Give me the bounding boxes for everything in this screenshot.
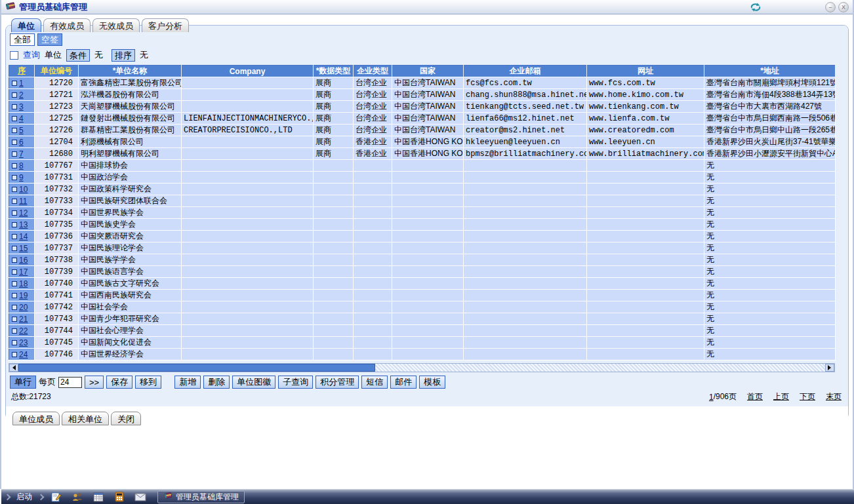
row-select-link[interactable]: 8	[12, 161, 24, 170]
row-checkbox-icon[interactable]	[12, 305, 17, 310]
row-select-link[interactable]: 2	[12, 90, 24, 100]
row-checkbox-icon[interactable]	[12, 92, 17, 98]
view-all-button[interactable]: 全部	[10, 33, 35, 46]
query-checkbox[interactable]	[10, 51, 18, 60]
row-select-link[interactable]: 5	[12, 126, 24, 135]
row-select-link[interactable]: 1	[12, 79, 24, 88]
last-page-link[interactable]: 末页	[826, 391, 842, 402]
query-link[interactable]: 查询	[23, 49, 40, 61]
row-select-cell[interactable]: 8	[9, 160, 35, 172]
row-select-link[interactable]: 17	[12, 267, 28, 277]
tab-valid-members[interactable]: 有效成员	[43, 18, 91, 32]
row-checkbox-icon[interactable]	[12, 258, 17, 263]
calculator-icon[interactable]	[112, 492, 127, 502]
row-select-link[interactable]: 19	[12, 291, 28, 300]
compose-icon[interactable]	[49, 492, 64, 502]
refresh-icon[interactable]	[749, 2, 762, 14]
row-select-link[interactable]: 21	[12, 315, 28, 324]
scrollbar-thumb[interactable]	[18, 364, 375, 372]
row-select-link[interactable]: 9	[12, 173, 24, 182]
row-checkbox-icon[interactable]	[12, 81, 17, 86]
row-checkbox-icon[interactable]	[12, 222, 17, 227]
row-checkbox-icon[interactable]	[12, 104, 17, 109]
first-page-link[interactable]: 首页	[747, 391, 763, 402]
col-header-website[interactable]: 网址	[587, 66, 704, 77]
tab-unit[interactable]: 单位	[11, 18, 41, 32]
row-select-link[interactable]: 14	[12, 232, 28, 241]
row-select-cell[interactable]: 15	[9, 242, 35, 254]
row-select-link[interactable]: 24	[12, 350, 28, 359]
row-select-cell[interactable]: 6	[9, 136, 35, 148]
calendar-icon[interactable]	[91, 492, 106, 502]
row-select-link[interactable]: 10	[12, 185, 28, 194]
row-select-cell[interactable]: 19	[9, 290, 35, 301]
row-select-link[interactable]: 6	[12, 138, 24, 147]
row-select-link[interactable]: 16	[12, 256, 28, 265]
row-select-cell[interactable]: 10	[9, 184, 35, 195]
row-select-link[interactable]: 13	[12, 220, 28, 229]
scroll-left-icon[interactable]	[9, 364, 18, 372]
row-checkbox-icon[interactable]	[12, 328, 17, 334]
next-page-link[interactable]: 下页	[800, 391, 815, 402]
subquery-button[interactable]: 子查询	[278, 376, 313, 389]
row-select-link[interactable]: 15	[12, 244, 28, 253]
row-checkbox-icon[interactable]	[12, 128, 17, 133]
go-button[interactable]: >>	[85, 376, 104, 389]
row-select-cell[interactable]: 4	[9, 113, 35, 125]
row-select-link[interactable]: 23	[12, 338, 28, 347]
per-page-input[interactable]	[58, 377, 82, 388]
row-checkbox-icon[interactable]	[12, 352, 17, 357]
prev-page-link[interactable]: 上页	[773, 391, 789, 402]
col-header-data-type[interactable]: *数据类型	[314, 66, 354, 77]
row-checkbox-icon[interactable]	[12, 210, 17, 216]
row-select-link[interactable]: 7	[12, 149, 24, 159]
row-checkbox-icon[interactable]	[12, 281, 17, 286]
row-checkbox-icon[interactable]	[12, 317, 17, 322]
row-checkbox-icon[interactable]	[12, 246, 17, 251]
close-tab[interactable]: 关闭	[111, 412, 141, 425]
row-select-cell[interactable]: 17	[9, 266, 35, 278]
row-checkbox-icon[interactable]	[12, 234, 17, 239]
row-select-cell[interactable]: 14	[9, 231, 35, 242]
unit-emblem-button[interactable]: 单位图徽	[232, 376, 275, 389]
row-select-cell[interactable]: 18	[9, 278, 35, 290]
add-button[interactable]: 新增	[174, 376, 201, 389]
col-header-unit-name[interactable]: *单位名称	[79, 66, 182, 77]
mail-icon[interactable]	[132, 493, 148, 501]
row-select-cell[interactable]: 11	[9, 195, 35, 207]
row-select-link[interactable]: 3	[12, 102, 24, 111]
view-empty-sign-button[interactable]: 空签	[37, 33, 62, 46]
row-checkbox-icon[interactable]	[12, 293, 17, 298]
row-select-link[interactable]: 11	[12, 197, 27, 206]
row-select-cell[interactable]: 3	[9, 101, 35, 113]
row-select-cell[interactable]: 21	[9, 313, 35, 325]
contacts-icon[interactable]	[70, 492, 85, 502]
scrollbar-track[interactable]	[375, 364, 825, 372]
row-select-cell[interactable]: 24	[9, 349, 35, 360]
row-select-link[interactable]: 18	[12, 279, 28, 288]
mail-button[interactable]: 邮件	[390, 376, 417, 389]
sms-button[interactable]: 短信	[361, 376, 388, 389]
row-select-link[interactable]: 12	[12, 208, 28, 218]
row-checkbox-icon[interactable]	[12, 269, 17, 275]
col-header-ent-type[interactable]: 企业类型	[354, 66, 392, 77]
col-header-unit-code[interactable]: 单位编号	[35, 66, 79, 77]
col-header-country[interactable]: 国家	[392, 66, 464, 77]
row-select-cell[interactable]: 5	[9, 125, 35, 136]
col-header-company[interactable]: Company	[182, 66, 314, 77]
row-select-cell[interactable]: 9	[9, 172, 35, 184]
row-checkbox-icon[interactable]	[12, 340, 17, 345]
unit-members-tab[interactable]: 单位成员	[12, 412, 60, 425]
row-select-cell[interactable]: 23	[9, 337, 35, 349]
tab-invalid-members[interactable]: 无效成员	[92, 18, 140, 32]
row-select-cell[interactable]: 16	[9, 254, 35, 266]
row-checkbox-icon[interactable]	[12, 116, 17, 121]
col-header-seq[interactable]: 序	[9, 66, 35, 77]
sort-button[interactable]: 排序	[112, 49, 135, 62]
row-select-cell[interactable]: 13	[9, 219, 35, 231]
col-header-email[interactable]: 企业邮箱	[464, 66, 587, 77]
save-button[interactable]: 保存	[106, 376, 132, 389]
scroll-right-icon[interactable]	[825, 364, 834, 372]
delete-button[interactable]: 删除	[203, 376, 230, 389]
tab-customer-analysis[interactable]: 客户分析	[142, 18, 189, 32]
